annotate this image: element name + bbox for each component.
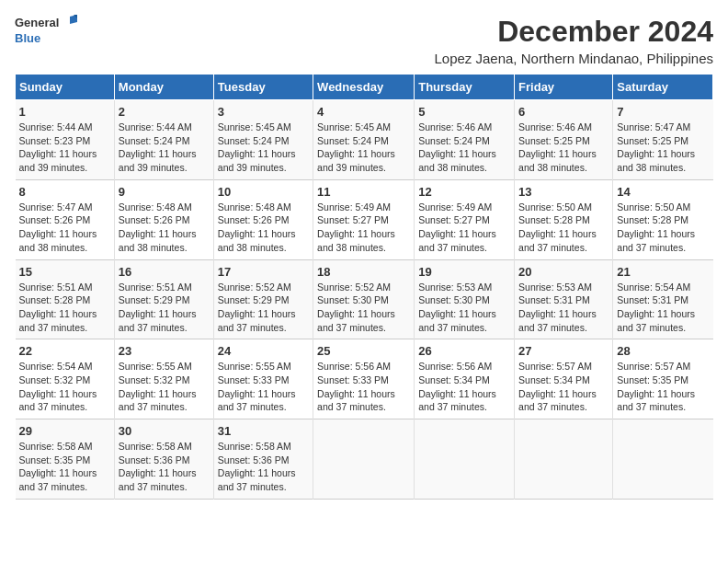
table-row: 25Sunrise: 5:56 AM Sunset: 5:33 PM Dayli… <box>313 339 415 419</box>
day-number: 19 <box>418 265 510 279</box>
day-number: 22 <box>19 344 110 358</box>
day-number: 27 <box>518 344 609 358</box>
table-row <box>515 419 613 500</box>
table-row: 24Sunrise: 5:55 AM Sunset: 5:33 PM Dayli… <box>213 339 313 419</box>
table-row <box>415 419 515 500</box>
day-detail: Sunrise: 5:53 AM Sunset: 5:30 PM Dayligh… <box>418 281 510 335</box>
table-row: 17Sunrise: 5:52 AM Sunset: 5:29 PM Dayli… <box>213 259 313 339</box>
day-number: 5 <box>418 105 510 119</box>
header-wednesday: Wednesday <box>313 75 415 100</box>
day-detail: Sunrise: 5:58 AM Sunset: 5:36 PM Dayligh… <box>218 440 309 494</box>
day-number: 29 <box>19 424 110 438</box>
day-number: 12 <box>418 185 510 199</box>
day-detail: Sunrise: 5:47 AM Sunset: 5:26 PM Dayligh… <box>19 201 110 255</box>
table-row: 20Sunrise: 5:53 AM Sunset: 5:31 PM Dayli… <box>515 259 613 339</box>
day-number: 24 <box>218 344 309 358</box>
table-row: 4Sunrise: 5:45 AM Sunset: 5:24 PM Daylig… <box>313 100 415 180</box>
calendar-header-row: Sunday Monday Tuesday Wednesday Thursday… <box>16 75 713 100</box>
day-detail: Sunrise: 5:51 AM Sunset: 5:29 PM Dayligh… <box>119 281 210 335</box>
table-row: 26Sunrise: 5:56 AM Sunset: 5:34 PM Dayli… <box>415 339 515 419</box>
calendar-week-row: 8Sunrise: 5:47 AM Sunset: 5:26 PM Daylig… <box>16 179 713 259</box>
day-detail: Sunrise: 5:44 AM Sunset: 5:24 PM Dayligh… <box>119 121 210 175</box>
day-number: 30 <box>119 424 210 438</box>
table-row: 1Sunrise: 5:44 AM Sunset: 5:23 PM Daylig… <box>16 100 115 180</box>
day-detail: Sunrise: 5:57 AM Sunset: 5:34 PM Dayligh… <box>518 360 609 414</box>
day-detail: Sunrise: 5:57 AM Sunset: 5:35 PM Dayligh… <box>617 360 709 414</box>
day-number: 31 <box>218 424 309 438</box>
table-row <box>613 419 713 500</box>
table-row: 23Sunrise: 5:55 AM Sunset: 5:32 PM Dayli… <box>114 339 213 419</box>
day-detail: Sunrise: 5:52 AM Sunset: 5:29 PM Dayligh… <box>218 281 309 335</box>
table-row: 22Sunrise: 5:54 AM Sunset: 5:32 PM Dayli… <box>16 339 115 419</box>
table-row: 5Sunrise: 5:46 AM Sunset: 5:24 PM Daylig… <box>415 100 515 180</box>
header-thursday: Thursday <box>415 75 515 100</box>
day-number: 2 <box>119 105 210 119</box>
table-row: 18Sunrise: 5:52 AM Sunset: 5:30 PM Dayli… <box>313 259 415 339</box>
day-detail: Sunrise: 5:53 AM Sunset: 5:31 PM Dayligh… <box>518 281 609 335</box>
day-number: 4 <box>317 105 410 119</box>
day-detail: Sunrise: 5:49 AM Sunset: 5:27 PM Dayligh… <box>418 201 510 255</box>
day-detail: Sunrise: 5:58 AM Sunset: 5:35 PM Dayligh… <box>19 440 110 494</box>
title-block: December 2024 Lopez Jaena, Northern Mind… <box>434 15 713 66</box>
day-number: 20 <box>518 265 609 279</box>
day-number: 26 <box>418 344 510 358</box>
header-monday: Monday <box>114 75 213 100</box>
page-title: December 2024 <box>434 15 713 49</box>
table-row: 2Sunrise: 5:44 AM Sunset: 5:24 PM Daylig… <box>114 100 213 180</box>
day-detail: Sunrise: 5:44 AM Sunset: 5:23 PM Dayligh… <box>19 121 110 175</box>
logo-general: General <box>15 16 59 31</box>
header-friday: Friday <box>515 75 613 100</box>
day-number: 1 <box>19 105 110 119</box>
day-detail: Sunrise: 5:49 AM Sunset: 5:27 PM Dayligh… <box>317 201 410 255</box>
calendar-table: Sunday Monday Tuesday Wednesday Thursday… <box>15 74 713 500</box>
calendar-week-row: 22Sunrise: 5:54 AM Sunset: 5:32 PM Dayli… <box>16 339 713 419</box>
table-row: 14Sunrise: 5:50 AM Sunset: 5:28 PM Dayli… <box>613 179 713 259</box>
table-row: 28Sunrise: 5:57 AM Sunset: 5:35 PM Dayli… <box>613 339 713 419</box>
day-detail: Sunrise: 5:58 AM Sunset: 5:36 PM Dayligh… <box>119 440 210 494</box>
day-number: 28 <box>617 344 709 358</box>
header-saturday: Saturday <box>613 75 713 100</box>
table-row: 3Sunrise: 5:45 AM Sunset: 5:24 PM Daylig… <box>213 100 313 180</box>
day-number: 13 <box>518 185 609 199</box>
logo-bird-icon <box>61 15 77 31</box>
table-row: 9Sunrise: 5:48 AM Sunset: 5:26 PM Daylig… <box>114 179 213 259</box>
table-row: 30Sunrise: 5:58 AM Sunset: 5:36 PM Dayli… <box>114 419 213 500</box>
table-row: 27Sunrise: 5:57 AM Sunset: 5:34 PM Dayli… <box>515 339 613 419</box>
day-detail: Sunrise: 5:46 AM Sunset: 5:24 PM Dayligh… <box>418 121 510 175</box>
header-sunday: Sunday <box>16 75 115 100</box>
day-detail: Sunrise: 5:48 AM Sunset: 5:26 PM Dayligh… <box>119 201 210 255</box>
table-row: 15Sunrise: 5:51 AM Sunset: 5:28 PM Dayli… <box>16 259 115 339</box>
table-row: 19Sunrise: 5:53 AM Sunset: 5:30 PM Dayli… <box>415 259 515 339</box>
day-detail: Sunrise: 5:51 AM Sunset: 5:28 PM Dayligh… <box>19 281 110 335</box>
day-number: 6 <box>518 105 609 119</box>
day-number: 16 <box>119 265 210 279</box>
table-row: 10Sunrise: 5:48 AM Sunset: 5:26 PM Dayli… <box>213 179 313 259</box>
day-detail: Sunrise: 5:55 AM Sunset: 5:32 PM Dayligh… <box>119 360 210 414</box>
day-number: 17 <box>218 265 309 279</box>
logo: General Blue <box>15 15 77 47</box>
calendar-week-row: 15Sunrise: 5:51 AM Sunset: 5:28 PM Dayli… <box>16 259 713 339</box>
calendar-week-row: 29Sunrise: 5:58 AM Sunset: 5:35 PM Dayli… <box>16 419 713 500</box>
table-row: 11Sunrise: 5:49 AM Sunset: 5:27 PM Dayli… <box>313 179 415 259</box>
page-container: General Blue December 2024 Lopez Jaena, … <box>15 15 713 500</box>
day-detail: Sunrise: 5:52 AM Sunset: 5:30 PM Dayligh… <box>317 281 410 335</box>
table-row: 31Sunrise: 5:58 AM Sunset: 5:36 PM Dayli… <box>213 419 313 500</box>
table-row: 8Sunrise: 5:47 AM Sunset: 5:26 PM Daylig… <box>16 179 115 259</box>
day-detail: Sunrise: 5:50 AM Sunset: 5:28 PM Dayligh… <box>518 201 609 255</box>
day-detail: Sunrise: 5:46 AM Sunset: 5:25 PM Dayligh… <box>518 121 609 175</box>
day-detail: Sunrise: 5:48 AM Sunset: 5:26 PM Dayligh… <box>218 201 309 255</box>
day-number: 9 <box>119 185 210 199</box>
day-number: 14 <box>617 185 709 199</box>
table-row: 21Sunrise: 5:54 AM Sunset: 5:31 PM Dayli… <box>613 259 713 339</box>
day-number: 25 <box>317 344 410 358</box>
table-row: 7Sunrise: 5:47 AM Sunset: 5:25 PM Daylig… <box>613 100 713 180</box>
day-detail: Sunrise: 5:54 AM Sunset: 5:31 PM Dayligh… <box>617 281 709 335</box>
page-subtitle: Lopez Jaena, Northern Mindanao, Philippi… <box>434 51 713 66</box>
table-row: 16Sunrise: 5:51 AM Sunset: 5:29 PM Dayli… <box>114 259 213 339</box>
day-number: 15 <box>19 265 110 279</box>
header-tuesday: Tuesday <box>213 75 313 100</box>
day-number: 3 <box>218 105 309 119</box>
day-number: 18 <box>317 265 410 279</box>
day-detail: Sunrise: 5:56 AM Sunset: 5:34 PM Dayligh… <box>418 360 510 414</box>
day-detail: Sunrise: 5:47 AM Sunset: 5:25 PM Dayligh… <box>617 121 709 175</box>
